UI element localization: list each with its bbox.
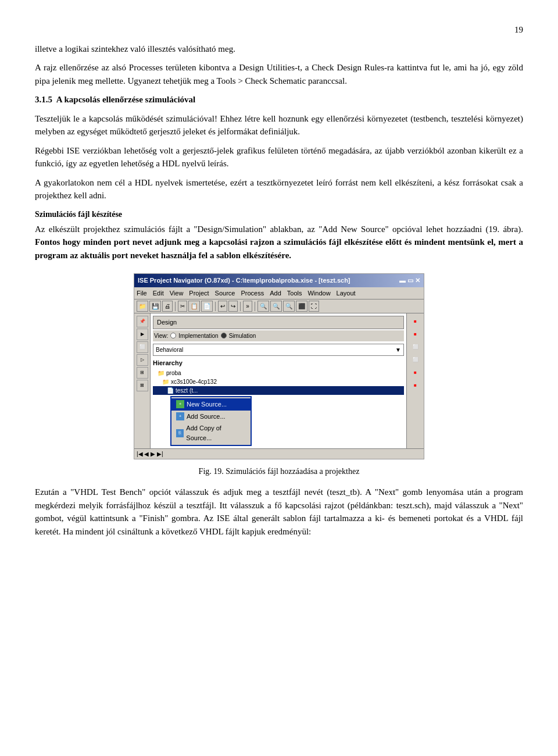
- paragraph-7: Ezután a "VHDL Test Bench" opciót válass…: [35, 486, 523, 538]
- subsection-title: Szimulációs fájl készítése: [35, 208, 523, 220]
- context-menu: + New Source... + Add Source... ⎘ Add Co…: [170, 396, 252, 446]
- toolbar-btn-9[interactable]: »: [243, 301, 252, 312]
- tree-label-xc3: xc3s100e-4cp132: [171, 377, 217, 386]
- paragraph-6-normal: Az elkészült projekthez szimulációs fájl…: [35, 224, 523, 234]
- left-icon-4[interactable]: ▷: [137, 354, 148, 366]
- hierarchy-label: Hierarchy: [153, 358, 404, 368]
- tree-item-teszt[interactable]: 📄 teszt (t...: [153, 386, 404, 395]
- new-source-label: New Source...: [187, 400, 227, 409]
- titlebar-text: ISE Project Navigator (O.87xd) - C:\temp…: [138, 276, 350, 286]
- menu-item-add-source[interactable]: + Add Source...: [171, 411, 251, 423]
- radio-sim[interactable]: [221, 333, 227, 338]
- add-source-icon: +: [176, 412, 184, 420]
- titlebar-controls: ▬ ▭ ✕: [399, 276, 420, 286]
- toolbar-btn-4[interactable]: ✂: [178, 301, 187, 312]
- fig-caption: Fig. 19. Szimulációs fájl hozzáadása a p…: [35, 465, 523, 477]
- menu-add[interactable]: Add: [270, 288, 281, 298]
- menu-project[interactable]: Project: [189, 288, 209, 298]
- menu-window[interactable]: Window: [307, 288, 330, 298]
- paragraph-4: Régebbi ISE verziókban lehetőség volt a …: [35, 144, 523, 170]
- toolbar-btn-3[interactable]: 🖨: [162, 301, 173, 312]
- folder-icon-xc3: 📁: [162, 377, 169, 386]
- behavioral-dropdown[interactable]: Behavioral ▼: [153, 344, 404, 356]
- new-source-icon: +: [176, 400, 184, 408]
- toolbar-btn-1[interactable]: 📁: [137, 301, 148, 312]
- menu-process[interactable]: Process: [241, 288, 264, 298]
- toolbar: 📁 💾 🖨 ✂ 📋 📄 ↩ ↪ » 🔍 🔍 🔍 ⬛ ⛶: [134, 299, 424, 313]
- tree-item-proba[interactable]: 📁 proba: [153, 369, 404, 377]
- menubar: File Edit View Project Source Process Ad…: [134, 287, 424, 300]
- tree-item-xc3[interactable]: 📁 xc3s100e-4cp132: [153, 377, 404, 386]
- page-number: 19: [35, 23, 523, 37]
- left-icon-1[interactable]: 📌: [137, 316, 148, 327]
- menu-file[interactable]: File: [137, 288, 147, 298]
- paragraph-1: illetve a logikai szintekhez való illesz…: [35, 42, 523, 56]
- behavioral-arrow: ▼: [395, 345, 401, 354]
- menu-view[interactable]: View: [170, 288, 184, 298]
- toolbar-btn-7[interactable]: ↩: [218, 301, 227, 312]
- tree-icon-teszt: 📄: [167, 386, 174, 395]
- tree-label-teszt: teszt (t...: [176, 386, 198, 395]
- toolbar-btn-2[interactable]: 💾: [149, 301, 161, 312]
- toolbar-btn-8[interactable]: ↪: [228, 301, 238, 312]
- left-icon-5[interactable]: ⊞: [137, 367, 148, 379]
- right-icon-1[interactable]: ■: [410, 316, 421, 327]
- menu-tools[interactable]: Tools: [287, 288, 302, 298]
- paragraph-2: A rajz ellenőrzése az alsó Processes ter…: [35, 61, 523, 87]
- impl-label[interactable]: Implementation: [178, 331, 218, 340]
- menu-item-add-copy[interactable]: ⎘ Add Copy of Source...: [171, 422, 251, 444]
- statusbar: |◀ ◀ ▶ ▶|: [134, 448, 424, 459]
- add-copy-label: Add Copy of Source...: [186, 423, 246, 443]
- menu-edit[interactable]: Edit: [153, 288, 164, 298]
- menu-source[interactable]: Source: [215, 288, 235, 298]
- toolbar-btn-13[interactable]: ⬛: [296, 301, 307, 312]
- radio-impl[interactable]: [170, 333, 176, 338]
- add-source-label: Add Source...: [187, 412, 226, 422]
- right-icon-4[interactable]: ⬜: [410, 354, 421, 366]
- ss-main-area: Design View: Implementation Simulation B…: [151, 313, 406, 448]
- status-text: |◀ ◀ ▶ ▶|: [137, 450, 163, 458]
- screenshot-container: ISE Project Navigator (O.87xd) - C:\temp…: [35, 273, 523, 459]
- paragraph-3: Teszteljük le a kapcsolás működését szim…: [35, 112, 523, 138]
- view-label: View:: [154, 331, 168, 340]
- sim-label[interactable]: Simulation: [229, 331, 256, 340]
- right-icon-3[interactable]: ⬜: [410, 341, 421, 353]
- paragraph-6-bold: Fontos hogy minden port nevet adjunk meg…: [35, 237, 523, 260]
- section-heading: 3.1.5 A kapcsolás ellenőrzése szimuláció…: [35, 93, 523, 106]
- paragraph-6: Az elkészült projekthez szimulációs fájl…: [35, 223, 523, 262]
- add-copy-icon: ⎘: [176, 429, 184, 437]
- design-label: Design: [153, 316, 404, 329]
- right-icon-5[interactable]: ■: [410, 367, 421, 379]
- toolbar-btn-11[interactable]: 🔍: [270, 301, 282, 312]
- ise-navigator-screenshot: ISE Project Navigator (O.87xd) - C:\temp…: [134, 273, 424, 459]
- paragraph-5: A gyakorlatokon nem cél a HDL nyelvek is…: [35, 176, 523, 202]
- right-icon-6[interactable]: ■: [410, 380, 421, 391]
- left-panel: 📌 ▶ ⬜ ▷ ⊞ ⊠: [134, 313, 151, 448]
- left-icon-2[interactable]: ▶: [137, 329, 148, 340]
- folder-icon-proba: 📁: [158, 369, 164, 377]
- menu-layout[interactable]: Layout: [337, 288, 356, 298]
- titlebar: ISE Project Navigator (O.87xd) - C:\temp…: [134, 274, 424, 287]
- left-icon-6[interactable]: ⊠: [137, 380, 148, 391]
- toolbar-btn-6[interactable]: 📄: [201, 301, 213, 312]
- behavioral-label: Behavioral: [156, 345, 183, 354]
- toolbar-btn-5[interactable]: 📋: [188, 301, 200, 312]
- tree-label-proba: proba: [166, 369, 181, 377]
- toolbar-btn-10[interactable]: 🔍: [257, 301, 269, 312]
- left-icon-3[interactable]: ⬜: [137, 341, 148, 353]
- ss-body: 📌 ▶ ⬜ ▷ ⊞ ⊠ Design View: Implementation …: [134, 313, 424, 448]
- view-bar: View: Implementation Simulation: [153, 330, 404, 341]
- toolbar-btn-12[interactable]: 🔍: [283, 301, 295, 312]
- right-panel: ■ ■ ⬜ ⬜ ■ ■: [406, 313, 424, 448]
- toolbar-btn-14[interactable]: ⛶: [309, 301, 319, 312]
- right-icon-2[interactable]: ■: [410, 329, 421, 340]
- menu-item-new-source[interactable]: + New Source...: [171, 398, 251, 411]
